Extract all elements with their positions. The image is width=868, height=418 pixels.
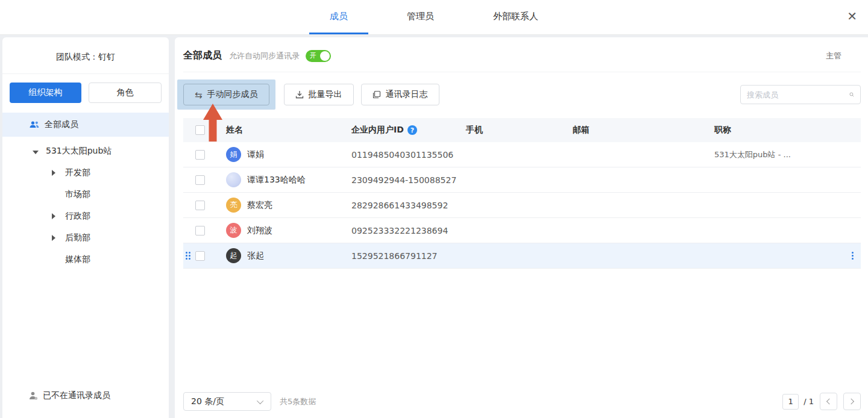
member-job-title: 531大太阳pub站 - ... xyxy=(714,149,844,160)
role-button[interactable]: 角色 xyxy=(89,83,162,103)
batch-export-button[interactable]: 批量导出 xyxy=(284,84,354,105)
row-checkbox[interactable] xyxy=(195,251,205,261)
tree-item-market-dept[interactable]: 市场部 xyxy=(2,184,169,205)
tab-external-contacts[interactable]: 外部联系人 xyxy=(473,0,559,34)
auto-sync-label: 允许自动同步通讯录 xyxy=(229,51,300,61)
select-all-checkbox[interactable] xyxy=(195,125,205,135)
manual-sync-highlight-box: ⇆ 手动同步成员 xyxy=(177,80,275,110)
sidebar-item-all-members-label: 全部成员 xyxy=(45,119,78,130)
sidebar: 团队模式：钉钉 组织架构 角色 全部成员 531大太阳pub站 开发部 xyxy=(2,37,169,418)
members-table: 姓名 企业内用户ID ? 手机 邮箱 职称 娟 谭娟 0119485040301… xyxy=(183,118,861,269)
tree-item-root-dept[interactable]: 531大太阳pub站 xyxy=(2,140,169,162)
avatar xyxy=(226,172,241,187)
drag-handle-icon[interactable] xyxy=(186,252,195,260)
log-document-icon xyxy=(373,90,381,99)
contact-log-button[interactable]: 通讯录日志 xyxy=(361,84,439,105)
chevron-down-icon xyxy=(257,397,263,404)
chevron-right-icon[interactable] xyxy=(52,168,60,178)
chevron-right-icon[interactable] xyxy=(52,233,60,243)
manual-sync-button[interactable]: ⇆ 手动同步成员 xyxy=(183,84,269,105)
avatar: 波 xyxy=(226,223,241,238)
tab-admins-label: 管理员 xyxy=(407,11,434,22)
avatar: 起 xyxy=(226,248,241,263)
total-count-label: 共5条数据 xyxy=(280,396,316,407)
col-header-user-id: 企业内用户ID xyxy=(351,125,404,136)
row-checkbox[interactable] xyxy=(195,226,205,236)
member-name: 张起 xyxy=(247,251,264,261)
content-area: 团队模式：钉钉 组织架构 角色 全部成员 531大太阳pub站 开发部 xyxy=(0,35,868,418)
chevron-left-icon xyxy=(826,399,832,405)
tree-item-label: 媒体部 xyxy=(65,254,90,265)
batch-export-button-label: 批量导出 xyxy=(309,89,342,100)
tree-item-label: 行政部 xyxy=(65,211,90,222)
toolbar: ⇆ 手动同步成员 批量导出 通讯录日志 xyxy=(183,80,861,110)
member-search-box xyxy=(740,85,861,104)
sidebar-divider xyxy=(2,73,169,74)
table-row[interactable]: 起 张起 1529521866791127 xyxy=(183,243,861,269)
org-tree: 531大太阳pub站 开发部 市场部 行政部 后勤部 媒体部 xyxy=(2,140,169,270)
table-row[interactable]: 亮 蔡宏亮 282928661433498592 xyxy=(183,193,861,218)
manual-sync-button-label: 手动同步成员 xyxy=(207,89,258,100)
next-page-button[interactable] xyxy=(843,393,861,410)
team-mode-label: 团队模式：钉钉 xyxy=(2,46,169,73)
col-header-job-title: 职称 xyxy=(714,125,844,136)
auto-sync-toggle[interactable]: 开 xyxy=(306,50,331,62)
sync-arrows-icon: ⇆ xyxy=(195,90,203,99)
pagination-bar: 20 条/页 共5条数据 1 / 1 xyxy=(183,392,861,411)
top-tab-bar: 成员 管理员 外部联系人 ✕ xyxy=(0,0,868,35)
tree-item-admin-dept[interactable]: 行政部 xyxy=(2,205,169,227)
members-group-icon xyxy=(29,120,40,129)
member-name: 蔡宏亮 xyxy=(247,200,272,211)
member-name: 谭谭133哈哈哈 xyxy=(247,175,306,186)
close-icon[interactable]: ✕ xyxy=(847,10,857,22)
person-removed-icon xyxy=(29,391,38,401)
tab-members[interactable]: 成员 xyxy=(309,0,368,34)
avatar: 娟 xyxy=(226,147,241,162)
tab-members-label: 成员 xyxy=(330,11,348,22)
pager-controls: 1 / 1 xyxy=(782,393,861,410)
row-checkbox[interactable] xyxy=(195,175,205,185)
row-checkbox[interactable] xyxy=(195,201,205,210)
member-user-id: 0119485040301135506 xyxy=(351,150,466,160)
toggle-on-label: 开 xyxy=(310,51,316,60)
member-user-id: 1529521866791127 xyxy=(351,251,466,261)
help-icon[interactable]: ? xyxy=(407,125,417,135)
sidebar-item-removed-members[interactable]: 已不在通讯录成员 xyxy=(29,390,110,401)
org-structure-button[interactable]: 组织架构 xyxy=(10,83,81,103)
table-row[interactable]: 娟 谭娟 0119485040301135506 531大太阳pub站 - ..… xyxy=(183,142,861,167)
avatar: 亮 xyxy=(226,198,241,213)
col-header-email: 邮箱 xyxy=(573,125,714,136)
sidebar-item-removed-members-label: 已不在通讯录成员 xyxy=(43,390,110,401)
page-size-select[interactable]: 20 条/页 xyxy=(183,392,271,411)
row-checkbox[interactable] xyxy=(195,150,205,160)
prev-page-button[interactable] xyxy=(820,393,837,410)
row-actions-kebab-icon[interactable] xyxy=(844,252,861,260)
chevron-down-icon[interactable] xyxy=(33,146,41,156)
tree-item-media-dept[interactable]: 媒体部 xyxy=(2,249,169,270)
current-page-input[interactable]: 1 xyxy=(782,394,799,410)
tree-item-logistics-dept[interactable]: 后勤部 xyxy=(2,227,169,249)
member-user-id: 2309492944-150088527 xyxy=(351,175,466,185)
member-name: 刘翔波 xyxy=(247,225,272,236)
page-size-value: 20 条/页 xyxy=(191,396,224,407)
member-search-input[interactable] xyxy=(747,90,849,99)
member-user-id: 282928661433498592 xyxy=(351,201,466,210)
sidebar-segmented-buttons: 组织架构 角色 xyxy=(10,83,162,103)
table-row[interactable]: 谭谭133哈哈哈 2309492944-150088527 xyxy=(183,167,861,193)
col-header-name: 姓名 xyxy=(226,125,351,136)
tab-external-contacts-label: 外部联系人 xyxy=(493,11,538,22)
page-total-label: / 1 xyxy=(804,397,814,406)
sidebar-item-all-members[interactable]: 全部成员 xyxy=(2,113,169,137)
chevron-right-icon xyxy=(848,399,854,405)
tree-item-label: 531大太阳pub站 xyxy=(46,146,112,157)
tab-group: 成员 管理员 外部联系人 xyxy=(309,0,559,34)
search-icon[interactable] xyxy=(849,90,854,99)
tree-item-dev-dept[interactable]: 开发部 xyxy=(2,162,169,184)
tree-item-label: 后勤部 xyxy=(65,232,90,243)
supervisor-label: 主管 xyxy=(826,51,841,61)
tab-admins[interactable]: 管理员 xyxy=(386,0,454,34)
chevron-right-icon[interactable] xyxy=(52,211,60,221)
member-name: 谭娟 xyxy=(247,149,264,160)
member-user-id: 092523332221238694 xyxy=(351,226,466,236)
table-row[interactable]: 波 刘翔波 092523332221238694 xyxy=(183,218,861,243)
